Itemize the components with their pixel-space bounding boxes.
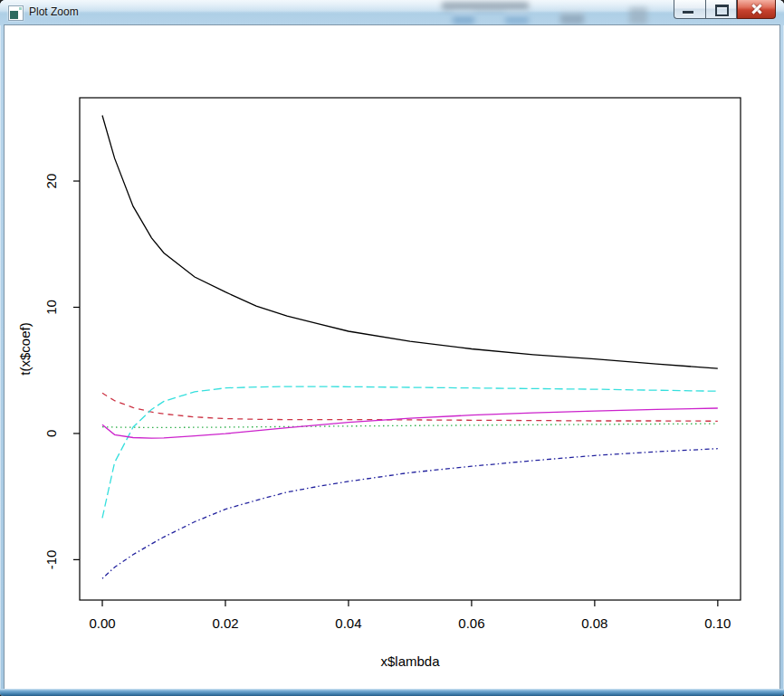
aero-glass-artifact: [505, 12, 529, 24]
plot-box: [80, 98, 741, 600]
x-tick-label: 0.04: [335, 615, 361, 631]
series-coef-1-black-solid: [102, 116, 718, 369]
y-axis-label: t(x$coef): [17, 322, 33, 375]
y-tick-label: 20: [43, 174, 59, 189]
maximize-button[interactable]: [705, 0, 737, 19]
window-title: Plot Zoom: [29, 5, 79, 18]
minimize-button[interactable]: [674, 0, 705, 19]
plot-window-icon-inner: [10, 11, 18, 19]
series-coef-5-cyan-longdash: [102, 386, 718, 518]
plot-window-icon: [8, 5, 24, 21]
plot-zoom-window: Plot Zoom 0.000.020.040.060.080.10-10010…: [0, 0, 784, 696]
aero-glass-artifact: [453, 12, 474, 24]
minimize-icon: [683, 11, 693, 14]
x-tick-label: 0.08: [581, 615, 607, 631]
series-coef-3-green-dotted: [102, 424, 718, 427]
plot-window-icon-dot: [19, 7, 22, 10]
close-icon: [738, 0, 775, 18]
titlebar-sheen: [0, 0, 784, 12]
series-coef-6-magenta-solid: [102, 408, 718, 438]
x-tick-label: 0.02: [212, 615, 238, 631]
series-coef-2-red-dashed: [102, 393, 718, 421]
y-tick-label: 10: [43, 300, 59, 315]
y-tick-label: 0: [43, 430, 59, 437]
y-tick-label: -10: [43, 550, 59, 570]
close-button[interactable]: [737, 0, 776, 19]
x-tick-label: 0.00: [89, 615, 115, 631]
series-coef-4-blue-dotdash: [102, 449, 718, 579]
x-axis-label: x$lambda: [380, 653, 440, 669]
aero-glass-artifact: [629, 7, 647, 24]
screen: { "window": { "title": "Plot Zoom", "ico…: [0, 0, 784, 696]
aero-glass-artifact: [560, 10, 584, 24]
maximize-icon: [715, 5, 729, 16]
aero-glass-artifact: [442, 2, 529, 10]
x-tick-label: 0.10: [704, 615, 731, 631]
plot-canvas-area: 0.000.020.040.060.080.10-1001020x$lambda…: [5, 25, 779, 689]
x-tick-label: 0.06: [458, 615, 484, 631]
ridge-trace-plot: 0.000.020.040.060.080.10-1001020x$lambda…: [5, 25, 779, 689]
window-controls: [674, 0, 776, 20]
window-bottom-border: [0, 689, 784, 696]
titlebar[interactable]: Plot Zoom: [0, 0, 784, 25]
